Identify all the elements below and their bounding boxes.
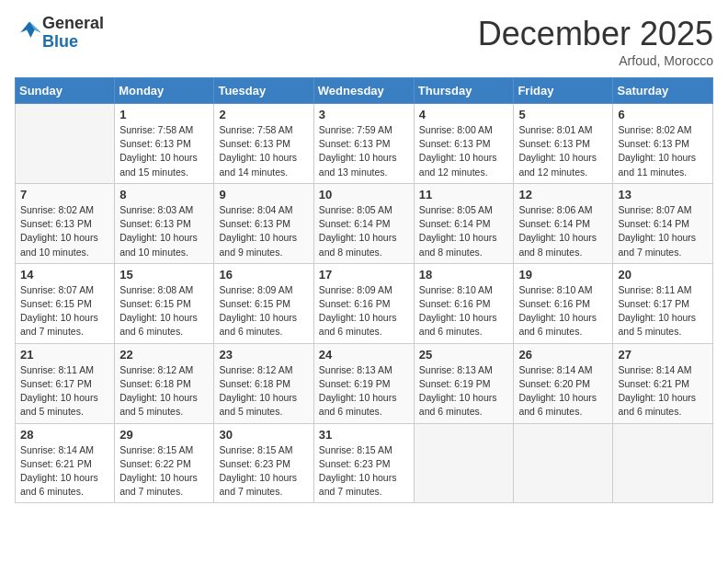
calendar-cell: 27Sunrise: 8:14 AM Sunset: 6:21 PM Dayli… <box>613 343 713 423</box>
calendar-day-header: Saturday <box>613 78 713 104</box>
day-number: 2 <box>219 108 308 121</box>
day-info: Sunrise: 8:14 AM Sunset: 6:21 PM Dayligh… <box>618 363 708 419</box>
day-info: Sunrise: 8:01 AM Sunset: 6:13 PM Dayligh… <box>518 123 608 179</box>
calendar-cell: 9Sunrise: 8:04 AM Sunset: 6:13 PM Daylig… <box>214 183 313 263</box>
day-info: Sunrise: 8:07 AM Sunset: 6:15 PM Dayligh… <box>20 283 109 339</box>
day-info: Sunrise: 8:14 AM Sunset: 6:21 PM Dayligh… <box>20 443 109 500</box>
day-info: Sunrise: 8:15 AM Sunset: 6:22 PM Dayligh… <box>119 443 209 500</box>
title-area: December 2025 Arfoud, Morocco <box>478 15 713 68</box>
day-info: Sunrise: 8:13 AM Sunset: 6:19 PM Dayligh… <box>319 363 409 419</box>
calendar-cell: 6Sunrise: 8:02 AM Sunset: 6:13 PM Daylig… <box>613 104 713 184</box>
calendar-cell: 18Sunrise: 8:10 AM Sunset: 6:16 PM Dayli… <box>414 263 514 343</box>
day-number: 16 <box>219 268 308 282</box>
calendar-cell: 14Sunrise: 8:07 AM Sunset: 6:15 PM Dayli… <box>16 263 115 343</box>
calendar-cell <box>16 104 115 184</box>
calendar-cell <box>514 423 613 503</box>
day-info: Sunrise: 8:10 AM Sunset: 6:16 PM Dayligh… <box>518 283 608 339</box>
day-number: 27 <box>618 348 708 362</box>
day-info: Sunrise: 7:58 AM Sunset: 6:13 PM Dayligh… <box>119 123 209 179</box>
day-info: Sunrise: 8:10 AM Sunset: 6:16 PM Dayligh… <box>419 283 509 339</box>
day-info: Sunrise: 8:15 AM Sunset: 6:23 PM Dayligh… <box>219 443 308 500</box>
day-number: 24 <box>319 348 409 362</box>
day-number: 22 <box>119 348 209 362</box>
calendar-cell: 28Sunrise: 8:14 AM Sunset: 6:21 PM Dayli… <box>16 423 115 503</box>
day-number: 18 <box>419 268 509 282</box>
day-info: Sunrise: 7:58 AM Sunset: 6:13 PM Dayligh… <box>219 123 308 179</box>
day-info: Sunrise: 8:12 AM Sunset: 6:18 PM Dayligh… <box>119 363 209 419</box>
day-number: 31 <box>319 428 409 442</box>
day-number: 19 <box>518 268 608 282</box>
day-info: Sunrise: 8:12 AM Sunset: 6:18 PM Dayligh… <box>219 363 308 419</box>
day-info: Sunrise: 8:15 AM Sunset: 6:23 PM Dayligh… <box>319 443 409 500</box>
day-number: 11 <box>419 188 509 201</box>
month-title: December 2025 <box>478 15 713 53</box>
calendar-cell: 31Sunrise: 8:15 AM Sunset: 6:23 PM Dayli… <box>313 423 414 503</box>
calendar-cell: 13Sunrise: 8:07 AM Sunset: 6:14 PM Dayli… <box>613 183 713 263</box>
day-info: Sunrise: 8:04 AM Sunset: 6:13 PM Dayligh… <box>219 203 308 259</box>
day-info: Sunrise: 8:02 AM Sunset: 6:13 PM Dayligh… <box>20 203 109 259</box>
calendar-cell: 20Sunrise: 8:11 AM Sunset: 6:17 PM Dayli… <box>613 263 713 343</box>
calendar-cell: 2Sunrise: 7:58 AM Sunset: 6:13 PM Daylig… <box>214 104 313 184</box>
calendar-cell <box>414 423 514 503</box>
day-info: Sunrise: 8:02 AM Sunset: 6:13 PM Dayligh… <box>618 123 708 179</box>
calendar-cell: 22Sunrise: 8:12 AM Sunset: 6:18 PM Dayli… <box>115 343 214 423</box>
day-number: 25 <box>419 348 509 362</box>
day-info: Sunrise: 8:05 AM Sunset: 6:14 PM Dayligh… <box>419 203 509 259</box>
location-subtitle: Arfoud, Morocco <box>478 53 713 68</box>
calendar-week-row: 1Sunrise: 7:58 AM Sunset: 6:13 PM Daylig… <box>16 104 713 184</box>
calendar-table: SundayMondayTuesdayWednesdayThursdayFrid… <box>15 77 713 503</box>
day-number: 21 <box>20 348 109 362</box>
calendar-body: 1Sunrise: 7:58 AM Sunset: 6:13 PM Daylig… <box>16 104 713 503</box>
day-number: 14 <box>20 268 109 282</box>
day-number: 4 <box>419 108 509 121</box>
day-number: 12 <box>518 188 608 201</box>
day-number: 15 <box>119 268 209 282</box>
calendar-cell: 24Sunrise: 8:13 AM Sunset: 6:19 PM Dayli… <box>313 343 414 423</box>
calendar-day-header: Friday <box>514 78 613 104</box>
calendar-cell: 21Sunrise: 8:11 AM Sunset: 6:17 PM Dayli… <box>16 343 115 423</box>
calendar-day-header: Sunday <box>16 78 115 104</box>
day-info: Sunrise: 8:06 AM Sunset: 6:14 PM Dayligh… <box>518 203 608 259</box>
calendar-week-row: 14Sunrise: 8:07 AM Sunset: 6:15 PM Dayli… <box>16 263 713 343</box>
day-info: Sunrise: 8:03 AM Sunset: 6:13 PM Dayligh… <box>119 203 209 259</box>
calendar-cell: 19Sunrise: 8:10 AM Sunset: 6:16 PM Dayli… <box>514 263 613 343</box>
calendar-cell: 3Sunrise: 7:59 AM Sunset: 6:13 PM Daylig… <box>313 104 414 184</box>
logo-text: General Blue <box>42 15 104 52</box>
day-info: Sunrise: 8:14 AM Sunset: 6:20 PM Dayligh… <box>518 363 608 419</box>
calendar-cell: 16Sunrise: 8:09 AM Sunset: 6:15 PM Dayli… <box>214 263 313 343</box>
page-header: General Blue December 2025 Arfoud, Moroc… <box>15 15 713 68</box>
calendar-cell: 11Sunrise: 8:05 AM Sunset: 6:14 PM Dayli… <box>414 183 514 263</box>
calendar-cell: 12Sunrise: 8:06 AM Sunset: 6:14 PM Dayli… <box>514 183 613 263</box>
day-number: 9 <box>219 188 308 201</box>
day-number: 13 <box>618 188 708 201</box>
calendar-week-row: 7Sunrise: 8:02 AM Sunset: 6:13 PM Daylig… <box>16 183 713 263</box>
calendar-cell: 8Sunrise: 8:03 AM Sunset: 6:13 PM Daylig… <box>115 183 214 263</box>
day-info: Sunrise: 8:05 AM Sunset: 6:14 PM Dayligh… <box>319 203 409 259</box>
day-number: 30 <box>219 428 308 442</box>
calendar-cell: 17Sunrise: 8:09 AM Sunset: 6:16 PM Dayli… <box>313 263 414 343</box>
calendar-cell <box>613 423 713 503</box>
day-number: 17 <box>319 268 409 282</box>
day-number: 29 <box>119 428 209 442</box>
calendar-cell: 25Sunrise: 8:13 AM Sunset: 6:19 PM Dayli… <box>414 343 514 423</box>
calendar-cell: 26Sunrise: 8:14 AM Sunset: 6:20 PM Dayli… <box>514 343 613 423</box>
day-number: 6 <box>618 108 708 121</box>
day-info: Sunrise: 8:00 AM Sunset: 6:13 PM Dayligh… <box>419 123 509 179</box>
calendar-cell: 1Sunrise: 7:58 AM Sunset: 6:13 PM Daylig… <box>115 104 214 184</box>
day-info: Sunrise: 8:11 AM Sunset: 6:17 PM Dayligh… <box>618 283 708 339</box>
calendar-week-row: 28Sunrise: 8:14 AM Sunset: 6:21 PM Dayli… <box>16 423 713 503</box>
calendar-cell: 10Sunrise: 8:05 AM Sunset: 6:14 PM Dayli… <box>313 183 414 263</box>
day-info: Sunrise: 8:08 AM Sunset: 6:15 PM Dayligh… <box>119 283 209 339</box>
day-number: 20 <box>618 268 708 282</box>
day-number: 26 <box>518 348 608 362</box>
calendar-day-header: Tuesday <box>214 78 313 104</box>
day-info: Sunrise: 7:59 AM Sunset: 6:13 PM Dayligh… <box>319 123 409 179</box>
calendar-week-row: 21Sunrise: 8:11 AM Sunset: 6:17 PM Dayli… <box>16 343 713 423</box>
day-number: 1 <box>119 108 209 121</box>
day-info: Sunrise: 8:07 AM Sunset: 6:14 PM Dayligh… <box>618 203 708 259</box>
calendar-cell: 5Sunrise: 8:01 AM Sunset: 6:13 PM Daylig… <box>514 104 613 184</box>
calendar-header-row: SundayMondayTuesdayWednesdayThursdayFrid… <box>16 78 713 104</box>
logo-bird-icon <box>17 18 42 44</box>
calendar-cell: 7Sunrise: 8:02 AM Sunset: 6:13 PM Daylig… <box>16 183 115 263</box>
day-number: 5 <box>518 108 608 121</box>
